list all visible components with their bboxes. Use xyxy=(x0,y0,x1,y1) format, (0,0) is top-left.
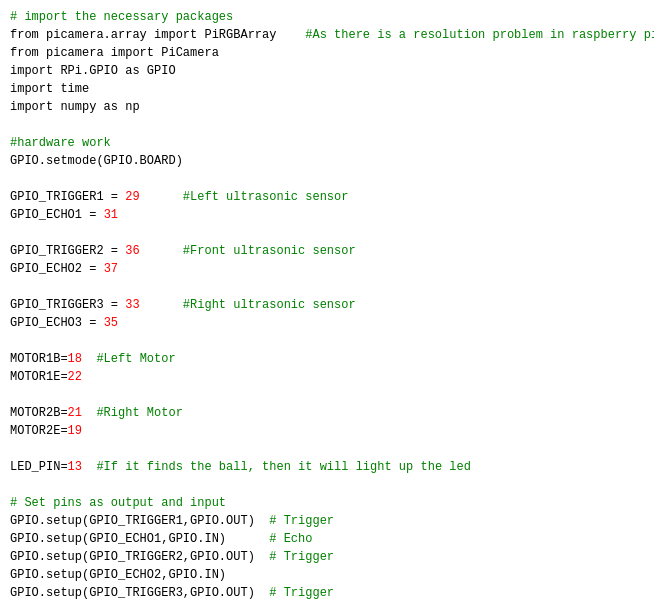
code-line-24: MOTOR2E=19 xyxy=(10,422,644,440)
code-line-9: GPIO.setmode(GPIO.BOARD) xyxy=(10,152,644,170)
code-line-29: GPIO.setup(GPIO_TRIGGER1,GPIO.OUT) # Tri… xyxy=(10,512,644,530)
code-line-32: GPIO.setup(GPIO_ECHO2,GPIO.IN) xyxy=(10,566,644,584)
code-line-22 xyxy=(10,386,644,404)
code-line-13 xyxy=(10,224,644,242)
code-line-6: import numpy as np xyxy=(10,98,644,116)
code-line-17: GPIO_TRIGGER3 = 33 #Right ultrasonic sen… xyxy=(10,296,644,314)
code-line-18: GPIO_ECHO3 = 35 xyxy=(10,314,644,332)
code-line-16 xyxy=(10,278,644,296)
code-line-31: GPIO.setup(GPIO_TRIGGER2,GPIO.OUT) # Tri… xyxy=(10,548,644,566)
code-line-25 xyxy=(10,440,644,458)
code-line-30: GPIO.setup(GPIO_ECHO1,GPIO.IN) # Echo xyxy=(10,530,644,548)
code-line-33: GPIO.setup(GPIO_TRIGGER3,GPIO.OUT) # Tri… xyxy=(10,584,644,600)
code-line-21: MOTOR1E=22 xyxy=(10,368,644,386)
code-line-8: #hardware work xyxy=(10,134,644,152)
code-line-27 xyxy=(10,476,644,494)
code-line-3: from picamera import PiCamera xyxy=(10,44,644,62)
code-line-4: import RPi.GPIO as GPIO xyxy=(10,62,644,80)
code-line-19 xyxy=(10,332,644,350)
code-line-26: LED_PIN=13 #If it finds the ball, then i… xyxy=(10,458,644,476)
code-line-12: GPIO_ECHO1 = 31 xyxy=(10,206,644,224)
code-line-5: import time xyxy=(10,80,644,98)
code-line-2: from picamera.array import PiRGBArray #A… xyxy=(10,26,644,44)
code-line-15: GPIO_ECHO2 = 37 xyxy=(10,260,644,278)
code-line-7 xyxy=(10,116,644,134)
code-editor: # import the necessary packages from pic… xyxy=(0,0,654,600)
code-line-14: GPIO_TRIGGER2 = 36 #Front ultrasonic sen… xyxy=(10,242,644,260)
code-line-20: MOTOR1B=18 #Left Motor xyxy=(10,350,644,368)
code-line-28: # Set pins as output and input xyxy=(10,494,644,512)
code-line-11: GPIO_TRIGGER1 = 29 #Left ultrasonic sens… xyxy=(10,188,644,206)
code-line-23: MOTOR2B=21 #Right Motor xyxy=(10,404,644,422)
code-line-1: # import the necessary packages xyxy=(10,8,644,26)
code-line-10 xyxy=(10,170,644,188)
